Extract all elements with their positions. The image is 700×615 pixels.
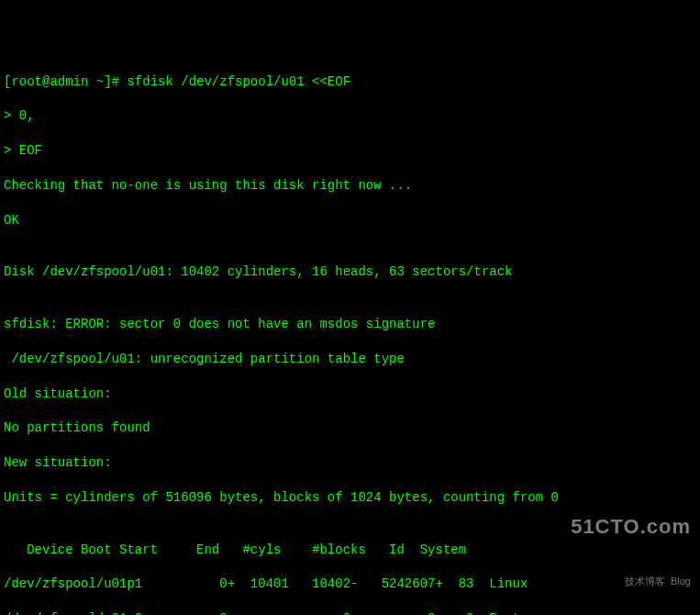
terminal-line-heading: New situation:: [4, 454, 696, 472]
watermark-tagline: 技术博客 Blog: [571, 575, 691, 588]
terminal-table-row: /dev/zfspool/u01p2 0 - 0 0 0 Empty: [4, 610, 696, 615]
terminal-line-error: sfdisk: ERROR: sector 0 does not have an…: [4, 316, 696, 333]
watermark-domain: 51CTO.com: [571, 513, 691, 541]
terminal-line-command: [root@admin ~]# sfdisk /dev/zfspool/u01 …: [4, 73, 696, 91]
terminal-line-heredoc: > EOF: [4, 142, 696, 160]
watermark: 51CTO.com 技术博客 Blog: [571, 478, 691, 606]
terminal-line-error: /dev/zfspool/u01: unrecognized partition…: [4, 351, 696, 368]
terminal-line-output: OK: [4, 212, 696, 229]
terminal-line-heading: Old situation:: [4, 386, 696, 403]
terminal-line-output: Checking that no-one is using this disk …: [4, 177, 696, 195]
terminal-line-diskinfo: Disk /dev/zfspool/u01: 10402 cylinders, …: [4, 263, 696, 281]
terminal-line-output: No partitions found: [4, 419, 696, 437]
terminal-line-heredoc: > 0,: [4, 107, 696, 125]
